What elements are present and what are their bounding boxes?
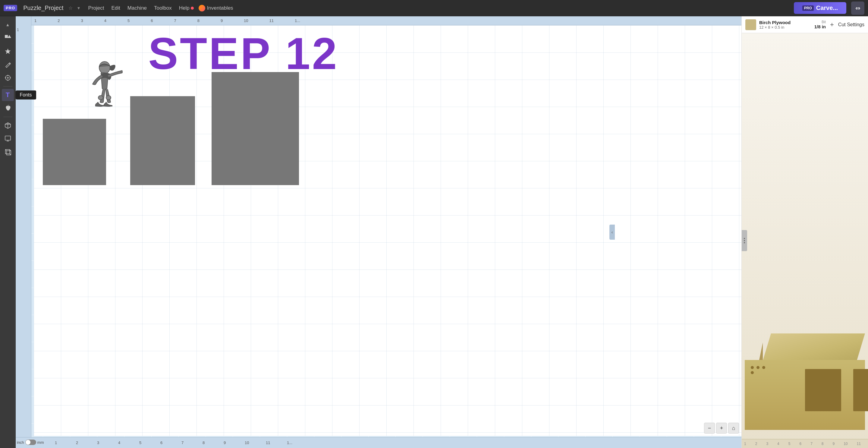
expand-button[interactable]: ⇔ <box>851 1 864 15</box>
svg-point-4 <box>7 77 8 79</box>
svg-marker-1 <box>7 35 11 38</box>
unit-toggle: inch mm <box>17 440 44 445</box>
bit-label: Bit <box>814 20 826 24</box>
toolbar-import-btn[interactable] <box>2 133 14 145</box>
horizontal-ruler: 1 2 3 4 5 6 7 8 9 10 11 1... <box>31 16 741 25</box>
material-info: Birch Plywood 12 × 8 × 0.5 in <box>759 20 811 30</box>
bit-info: Bit 1/8 in <box>814 20 826 29</box>
unit-mm-label: mm <box>37 440 44 445</box>
skater-figure <box>78 56 130 116</box>
toggle-knob <box>26 440 30 445</box>
nav-machine[interactable]: Machine <box>127 5 147 11</box>
svg-point-21 <box>98 96 103 100</box>
canvas-rect-3[interactable] <box>212 72 299 185</box>
toolbar-star-btn[interactable] <box>2 45 14 57</box>
material-dims: 12 × 8 × 0.5 in <box>759 25 811 30</box>
cutout-2 <box>853 369 868 411</box>
right-panel: Birch Plywood 12 × 8 × 0.5 in Bit 1/8 in… <box>741 16 868 448</box>
svg-rect-12 <box>5 136 10 140</box>
3d-preview-panel: 1234567891011 Roughing: <30 minutes ✓ De… <box>742 33 868 448</box>
canvas-rect-2[interactable] <box>130 96 195 185</box>
zoom-home-btn[interactable]: ⌂ <box>728 423 739 434</box>
unit-toggle-pill[interactable] <box>25 440 36 445</box>
star-icon[interactable]: ☆ <box>68 5 73 11</box>
bit-value: 1/8 in <box>814 24 826 29</box>
toolbar-collapse-btn[interactable]: ▲ <box>2 19 14 31</box>
unit-inch-label: inch <box>17 440 24 445</box>
toolbar-3d-btn[interactable] <box>2 119 14 131</box>
zoom-out-btn[interactable]: − <box>704 423 715 434</box>
canvas-wrapper: 1 2 3 4 5 6 7 8 9 10 11 1... 1 <box>16 16 741 448</box>
bottom-ruler: 0 1 2 3 4 5 6 7 8 9 10 11 1... <box>16 437 741 448</box>
add-operation-btn[interactable]: + <box>829 21 835 29</box>
zoom-in-btn[interactable]: + <box>716 423 727 434</box>
top-bar: PRO Puzzle_Project ☆ ▾ Project Edit Mach… <box>0 0 868 16</box>
left-toolbar: ▲ <box>0 16 16 448</box>
step-text: STEP 12 <box>148 31 339 76</box>
toolbar-target-btn[interactable] <box>2 72 14 84</box>
project-dropdown-icon[interactable]: ▾ <box>78 5 80 11</box>
svg-point-22 <box>106 96 111 100</box>
canvas-inner[interactable]: 1 2 3 4 5 6 7 8 9 10 11 1... 1 <box>16 16 741 448</box>
right-panel-collapse-btn[interactable]: ‹ <box>610 225 615 240</box>
material-name: Birch Plywood <box>759 20 811 25</box>
toolbar-pen-btn[interactable] <box>2 59 14 70</box>
project-name: Puzzle_Project <box>23 4 63 11</box>
canvas-content[interactable]: STEP 12 <box>34 25 741 436</box>
canvas-grid: 1 2 3 4 5 6 7 8 9 10 11 1... 1 <box>16 16 741 448</box>
svg-point-3 <box>5 76 10 80</box>
toolbar-separator-2 <box>3 117 12 117</box>
material-bar: Birch Plywood 12 × 8 × 0.5 in Bit 1/8 in… <box>742 16 868 33</box>
nav-help[interactable]: Help <box>179 5 194 11</box>
panel-collapse-area: ‹ <box>610 225 615 240</box>
vertical-ruler: 1 <box>16 16 31 448</box>
help-dot <box>191 7 194 10</box>
main-nav: Project Edit Machine Toolbox Help <box>88 5 194 11</box>
pro-logo: PRO <box>4 5 17 11</box>
material-swatch <box>745 19 756 30</box>
toolbar-text-btn[interactable]: T Fonts <box>2 89 14 101</box>
svg-marker-2 <box>5 49 10 54</box>
canvas-rect-1[interactable] <box>43 119 106 185</box>
carve-button[interactable]: PRO Carve... <box>794 2 846 14</box>
inventables-logo <box>198 5 205 11</box>
obj-front-face <box>745 360 865 430</box>
toolbar-box-btn[interactable] <box>2 146 14 158</box>
panel-handle[interactable] <box>742 230 747 251</box>
nav-edit[interactable]: Edit <box>112 5 120 11</box>
nav-toolbox[interactable]: Toolbox <box>154 5 172 11</box>
svg-rect-0 <box>5 35 8 38</box>
inventables-btn[interactable]: Inventables <box>198 5 233 11</box>
3d-preview-canvas: 1234567891011 <box>742 33 868 448</box>
toolbar-separator-1 <box>3 86 12 87</box>
cut-settings-btn[interactable]: Cut Settings <box>838 22 864 27</box>
svg-point-20 <box>99 61 110 73</box>
3d-object <box>745 333 865 430</box>
obj-top-face <box>763 333 865 361</box>
toolbar-shapes-btn[interactable] <box>2 32 14 44</box>
toolbar-clipart-btn[interactable] <box>2 102 14 114</box>
nav-project[interactable]: Project <box>88 5 104 11</box>
main-layout: ▲ <box>0 16 868 448</box>
cutout-1 <box>805 369 841 411</box>
carve-pro-badge: PRO <box>802 5 814 11</box>
zoom-controls: − + ⌂ <box>704 423 739 434</box>
preview-ruler: 1234567891011 <box>742 439 868 448</box>
dot-cluster <box>751 366 766 374</box>
